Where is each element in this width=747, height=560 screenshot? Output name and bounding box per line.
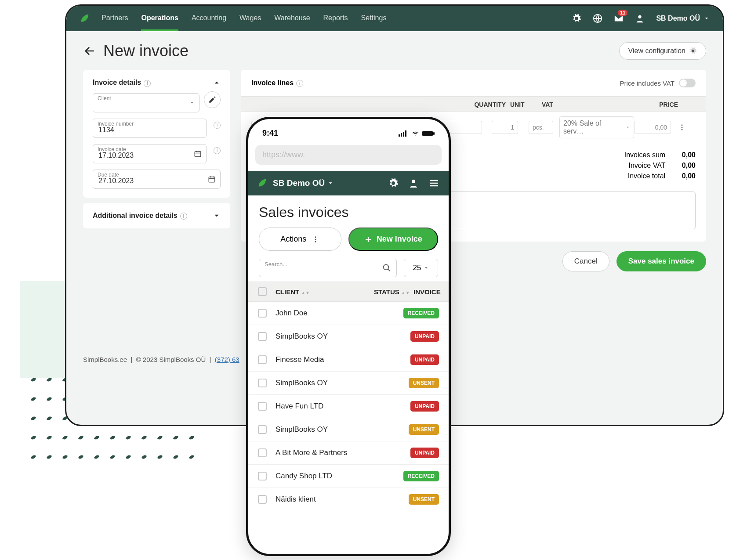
col-status[interactable]: STATUS <box>374 288 399 296</box>
row-checkbox[interactable] <box>258 402 267 411</box>
col-quantity: QUANTITY <box>457 101 506 108</box>
status-badge: UNSENT <box>409 424 439 435</box>
col-invoice[interactable]: INVOICE <box>413 288 441 296</box>
nav-operations[interactable]: Operations <box>141 14 178 31</box>
client-field[interactable]: Client <box>93 93 199 112</box>
status-badge: RECEIVED <box>403 471 439 481</box>
phone-url-bar[interactable]: https://www. <box>255 145 442 165</box>
cancel-button[interactable]: Cancel <box>562 251 609 271</box>
info-icon[interactable]: i <box>144 80 151 87</box>
user-icon[interactable] <box>408 178 419 188</box>
actions-button[interactable]: Actions <box>259 228 341 251</box>
line-vat-select[interactable]: 20% Sale of serv… <box>559 116 634 138</box>
phone-org-name: SB Demo OÜ <box>273 178 325 188</box>
nav-accounting[interactable]: Accounting <box>192 14 226 23</box>
footer-site[interactable]: SimplBooks.ee <box>83 356 127 363</box>
due-date-field[interactable]: Due date <box>93 170 221 189</box>
vat-label: Price includes VAT <box>620 79 675 87</box>
status-badge: UNPAID <box>410 354 439 365</box>
row-checkbox[interactable] <box>258 355 267 364</box>
row-checkbox[interactable] <box>258 448 267 457</box>
list-item[interactable]: Finesse Media UNPAID <box>248 348 449 372</box>
wifi-icon <box>411 130 420 137</box>
row-checkbox[interactable] <box>258 472 267 481</box>
dots-vertical-icon <box>678 123 686 131</box>
status-badge: UNPAID <box>410 401 439 412</box>
new-invoice-label: New invoice <box>377 235 422 244</box>
invoice-number-field[interactable]: Invoice number <box>93 119 207 138</box>
number-input[interactable] <box>98 126 201 134</box>
status-badge: RECEIVED <box>403 308 439 318</box>
list-item[interactable]: SimplBooks OY UNSENT <box>248 418 449 441</box>
info-icon[interactable]: i <box>214 147 221 154</box>
org-name: SB Demo OÜ <box>656 14 700 22</box>
footer-phone[interactable]: (372) 63 <box>215 356 239 363</box>
row-client: John Doe <box>276 309 403 318</box>
per-page-select[interactable]: 25 <box>404 259 438 277</box>
status-badge: UNPAID <box>410 448 439 458</box>
select-all-checkbox[interactable] <box>258 287 267 296</box>
row-checkbox[interactable] <box>258 332 267 341</box>
list-item[interactable]: Näidis klient UNSENT <box>248 488 449 511</box>
lines-title: Invoice lines <box>251 79 294 87</box>
line-unit-input[interactable] <box>529 121 553 134</box>
calendar-icon[interactable] <box>208 175 216 183</box>
list-item[interactable]: Have Fun LTD UNPAID <box>248 395 449 418</box>
client-input[interactable] <box>98 101 194 108</box>
nav-warehouse[interactable]: Warehouse <box>274 14 310 23</box>
line-menu-button[interactable] <box>678 123 696 131</box>
svg-point-1 <box>638 15 642 18</box>
nav-settings[interactable]: Settings <box>361 14 387 23</box>
row-checkbox[interactable] <box>258 309 267 318</box>
mobile-device: 9:41 https://www. SB Demo OÜ Sales invoi… <box>246 117 451 556</box>
invoice-date-field[interactable]: Invoice date <box>93 144 207 163</box>
vat-total-value: 0,00 <box>669 162 696 170</box>
additional-details-panel[interactable]: Additional invoice detailsi <box>83 203 230 229</box>
line-qty-input[interactable] <box>492 121 518 134</box>
due-label: Due date <box>98 172 119 178</box>
phone-org-switch[interactable]: SB Demo OÜ <box>273 178 334 188</box>
gear-icon[interactable] <box>388 178 399 188</box>
edit-client-button[interactable] <box>204 91 221 108</box>
list-item[interactable]: A Bit More & Partners UNPAID <box>248 441 449 465</box>
vat-total-label: Invoice VAT <box>629 162 666 169</box>
row-checkbox[interactable] <box>258 379 267 387</box>
view-config-button[interactable]: View configuration <box>619 42 706 60</box>
nav-reports[interactable]: Reports <box>323 14 348 23</box>
actions-label: Actions <box>280 235 306 244</box>
mail-icon-wrap[interactable]: 11 <box>614 14 624 23</box>
phone-search-field[interactable]: Search... <box>259 259 397 277</box>
list-item[interactable]: SimplBooks OY UNSENT <box>248 372 449 395</box>
info-icon[interactable]: i <box>296 80 303 87</box>
nav-partners[interactable]: Partners <box>102 14 128 23</box>
due-input[interactable] <box>98 177 215 185</box>
battery-icon <box>422 130 435 137</box>
calendar-icon[interactable] <box>194 150 202 158</box>
new-invoice-button[interactable]: New invoice <box>348 228 438 251</box>
info-icon[interactable]: i <box>214 122 221 129</box>
list-item[interactable]: Candy Shop LTD RECEIVED <box>248 465 449 488</box>
gear-icon <box>689 47 697 55</box>
info-icon[interactable]: i <box>180 213 187 220</box>
user-icon[interactable] <box>635 14 645 23</box>
vat-toggle[interactable] <box>679 79 696 87</box>
chevron-down-icon[interactable] <box>213 212 221 220</box>
globe-icon[interactable] <box>593 14 602 23</box>
search-icon[interactable] <box>382 263 391 273</box>
org-switch[interactable]: SB Demo OÜ <box>656 14 710 22</box>
hamburger-icon[interactable] <box>428 178 440 188</box>
col-client[interactable]: CLIENT <box>276 288 299 296</box>
svg-rect-7 <box>399 134 400 137</box>
svg-point-13 <box>412 180 415 183</box>
line-price-input[interactable] <box>634 121 671 134</box>
row-checkbox[interactable] <box>258 425 267 434</box>
row-checkbox[interactable] <box>258 495 267 504</box>
list-item[interactable]: SimplBooks OY UNPAID <box>248 325 449 348</box>
list-item[interactable]: John Doe RECEIVED <box>248 302 449 325</box>
nav-wages[interactable]: Wages <box>239 14 261 23</box>
save-button[interactable]: Save sales invoice <box>616 251 706 271</box>
date-input[interactable] <box>98 152 201 159</box>
chevron-up-icon[interactable] <box>213 79 221 87</box>
gear-icon[interactable] <box>572 14 581 23</box>
back-arrow-icon[interactable] <box>83 44 96 58</box>
